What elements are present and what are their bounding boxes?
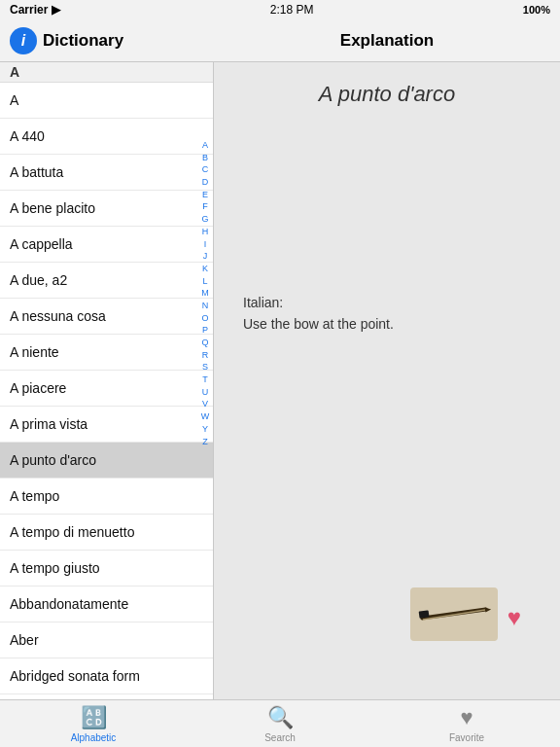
dictionary-panel[interactable]: A AA 440A battutaA bene placitoA cappell…: [0, 62, 214, 699]
status-bar: Carrier ▶ 2:18 PM 100%: [0, 0, 560, 19]
alpha-letter-l[interactable]: L: [199, 276, 211, 288]
alpha-letter-g[interactable]: G: [199, 214, 211, 226]
bow-svg: [415, 592, 493, 636]
bow-image-area: ♥: [410, 587, 521, 641]
bow-image: [410, 587, 498, 641]
search-icon: 🔍: [267, 705, 294, 730]
dict-item[interactable]: A bene placito: [0, 191, 213, 227]
alpha-letter-u[interactable]: U: [199, 387, 211, 399]
dict-item[interactable]: A tempo giusto: [0, 551, 213, 587]
dict-item[interactable]: A niente: [0, 335, 213, 371]
alpha-letter-t[interactable]: T: [199, 374, 211, 386]
main-content: A AA 440A battutaA bene placitoA cappell…: [0, 62, 560, 699]
dict-item[interactable]: A 440: [0, 119, 213, 155]
alpha-letter-v[interactable]: V: [199, 399, 211, 410]
alpha-letter-p[interactable]: P: [199, 325, 211, 337]
alpha-letter-m[interactable]: M: [199, 288, 211, 300]
alpha-letter-z[interactable]: Z: [199, 437, 211, 448]
tab-search[interactable]: 🔍 Search: [187, 700, 373, 747]
alpha-letter-s[interactable]: S: [199, 362, 211, 374]
explanation-language: Italian:: [243, 295, 283, 310]
dict-item[interactable]: Accarezzevole: [0, 694, 213, 699]
alpha-letter-h[interactable]: H: [199, 227, 211, 238]
dict-item[interactable]: A cappella: [0, 227, 213, 263]
dict-item[interactable]: A: [0, 83, 213, 119]
alpha-letter-q[interactable]: Q: [199, 338, 211, 349]
header-dictionary-title: Dictionary: [43, 31, 123, 51]
explanation-title: A punto d'arco: [214, 62, 560, 117]
tab-favorite[interactable]: ♥ Favorite: [373, 700, 560, 747]
status-battery: 100%: [523, 4, 550, 16]
alpha-letter-c[interactable]: C: [199, 164, 211, 176]
explanation-body: Italian: Use the bow at the point.: [214, 292, 560, 336]
heart-icon[interactable]: ♥: [508, 604, 521, 631]
header-explanation-title: Explanation: [214, 31, 560, 51]
alpha-letter-a[interactable]: A: [199, 140, 211, 152]
dict-item[interactable]: A nessuna cosa: [0, 299, 213, 335]
dict-item[interactable]: A battuta: [0, 155, 213, 191]
alphabet-index: ABCDEFGHIJKLMNOPQRSTUVWYZ: [199, 140, 211, 447]
favorite-icon: ♥: [460, 705, 472, 730]
status-carrier: Carrier ▶: [10, 3, 60, 17]
alpha-letter-i[interactable]: I: [199, 239, 211, 251]
section-header-a: A: [0, 62, 213, 83]
header: i Dictionary Explanation: [0, 19, 560, 62]
alpha-letter-k[interactable]: K: [199, 264, 211, 275]
info-icon[interactable]: i: [10, 27, 37, 54]
dict-item[interactable]: A piacere: [0, 371, 213, 407]
dict-item[interactable]: A tempo di menuetto: [0, 515, 213, 551]
explanation-text: Use the bow at the point.: [243, 316, 394, 332]
alpha-letter-w[interactable]: W: [199, 411, 211, 423]
alphabetic-icon: 🔠: [81, 705, 107, 730]
tab-bar: 🔠 Alphabetic 🔍 Search ♥ Favorite: [0, 699, 560, 747]
alpha-letter-y[interactable]: Y: [199, 424, 211, 436]
alpha-letter-j[interactable]: J: [199, 251, 211, 263]
tab-alphabetic[interactable]: 🔠 Alphabetic: [0, 700, 187, 747]
dict-item[interactable]: Aber: [0, 622, 213, 658]
status-time: 2:18 PM: [270, 3, 314, 17]
dict-item[interactable]: A tempo: [0, 479, 213, 515]
alpha-letter-d[interactable]: D: [199, 177, 211, 189]
tab-search-label: Search: [264, 732, 296, 743]
alpha-letter-b[interactable]: B: [199, 153, 211, 164]
tab-favorite-label: Favorite: [449, 732, 484, 743]
alpha-letter-e[interactable]: E: [199, 190, 211, 201]
dict-item[interactable]: A prima vista: [0, 407, 213, 443]
dict-item[interactable]: A punto d'arco: [0, 443, 213, 479]
alpha-letter-n[interactable]: N: [199, 301, 211, 312]
tab-alphabetic-label: Alphabetic: [71, 732, 117, 743]
explanation-panel: A punto d'arco Italian: Use the bow at t…: [214, 62, 560, 699]
header-left: i Dictionary: [0, 27, 214, 54]
svg-line-1: [423, 610, 485, 620]
dictionary-list: AA 440A battutaA bene placitoA cappellaA…: [0, 83, 213, 699]
svg-rect-2: [418, 610, 429, 618]
dict-item[interactable]: Abridged sonata form: [0, 658, 213, 694]
alpha-letter-o[interactable]: O: [199, 313, 211, 325]
alpha-letter-r[interactable]: R: [199, 350, 211, 362]
dict-item[interactable]: Abbandonatamente: [0, 587, 213, 622]
alpha-letter-f[interactable]: F: [199, 201, 211, 213]
dict-item[interactable]: A due, a2: [0, 263, 213, 299]
